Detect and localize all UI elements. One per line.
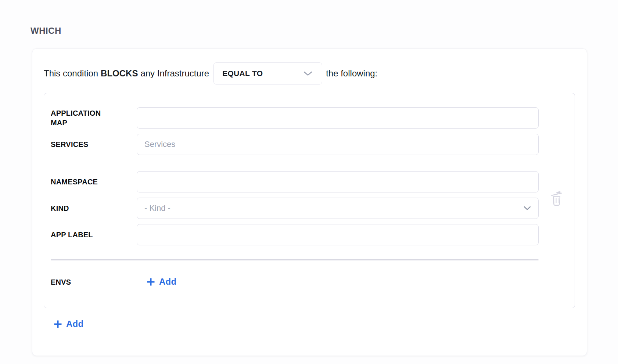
services-label: SERVICES (51, 140, 115, 149)
app-label-label: APP LABEL (51, 230, 115, 239)
services-input[interactable] (137, 134, 539, 155)
kind-label: KIND (51, 203, 115, 213)
field-row-application-map: APPLICATION MAP (51, 107, 539, 129)
sentence-text: This conditionBLOCKSany Infrastructure (44, 68, 209, 79)
condition-verb: BLOCKS (101, 68, 138, 78)
operator-select[interactable]: EQUAL TO (213, 62, 322, 84)
infrastructure-filter-card: APPLICATION MAP SERVICES NAMESPACE KIND … (44, 93, 575, 308)
namespace-input[interactable] (137, 171, 539, 192)
sentence-suffix: the following: (326, 68, 377, 79)
add-condition-label: Add (66, 319, 83, 329)
field-row-envs: ENVS Add (51, 277, 539, 288)
plus-icon (54, 320, 62, 328)
field-row-app-label: APP LABEL (51, 224, 539, 245)
filter-fields: APPLICATION MAP SERVICES NAMESPACE KIND … (51, 107, 539, 290)
namespace-label: NAMESPACE (51, 177, 115, 187)
envs-add-button[interactable]: Add (147, 277, 176, 287)
sentence-middle: any Infrastructure (140, 68, 209, 78)
field-row-kind: KIND - Kind - (51, 198, 539, 219)
chevron-down-icon (303, 71, 312, 76)
field-row-namespace: NAMESPACE (51, 171, 539, 192)
page: WHICH This conditionBLOCKSany Infrastruc… (0, 0, 618, 364)
envs-add-label: Add (159, 277, 176, 287)
sentence-prefix: This condition (44, 68, 98, 78)
kind-placeholder: - Kind - (144, 203, 170, 213)
operator-value: EQUAL TO (222, 69, 263, 78)
application-map-input[interactable] (137, 107, 539, 129)
kind-select[interactable]: - Kind - (137, 198, 539, 219)
application-map-label: APPLICATION MAP (51, 108, 115, 127)
field-row-services: SERVICES (51, 134, 539, 155)
condition-sentence: This conditionBLOCKSany Infrastructure E… (44, 62, 575, 85)
chevron-down-icon (524, 206, 531, 210)
plus-icon (147, 278, 155, 286)
envs-add-wrap: Add (137, 277, 176, 288)
section-title: WHICH (30, 26, 61, 36)
section-divider (51, 259, 539, 260)
condition-card: This conditionBLOCKSany Infrastructure E… (32, 48, 587, 356)
envs-label: ENVS (51, 277, 115, 287)
app-label-input[interactable] (137, 224, 539, 245)
trash-icon[interactable] (550, 191, 563, 206)
trash-column (539, 107, 575, 290)
add-condition-button[interactable]: Add (54, 318, 83, 330)
